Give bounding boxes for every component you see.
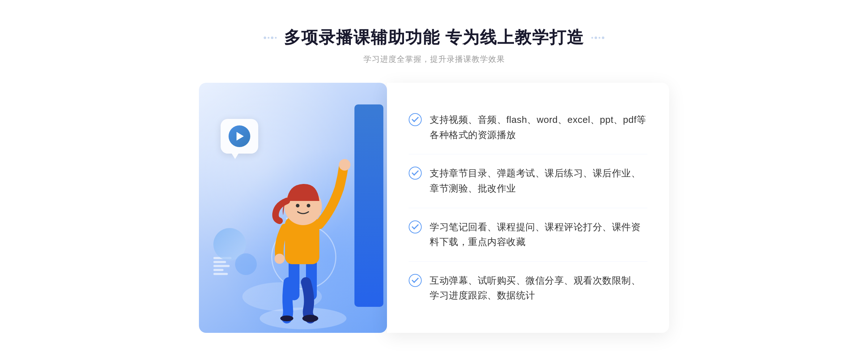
title-decorator-right	[591, 37, 604, 39]
title-row: 多项录播课辅助功能 专为线上教学打造	[264, 26, 605, 49]
features-panel: 支持视频、音频、flash、word、excel、ppt、pdf等各种格式的资源…	[387, 83, 669, 333]
play-triangle	[237, 132, 244, 141]
check-mark-4	[412, 276, 419, 283]
svg-point-10	[275, 254, 285, 264]
deco-line-5	[213, 273, 228, 275]
svg-point-3	[302, 315, 318, 322]
page-wrapper: 多项录播课辅助功能 专为线上教学打造 学习进度全掌握，提升录播课教学效果 »	[0, 5, 868, 347]
main-content: »	[199, 83, 669, 333]
title-text-2: 专为线上教学打造	[445, 28, 584, 47]
svg-point-4	[280, 315, 293, 321]
feature-item-2: 支持章节目录、弹题考试、课后练习、课后作业、章节测验、批改作业	[409, 154, 647, 208]
content-area: 支持视频、音频、flash、word、excel、ppt、pdf等各种格式的资源…	[199, 83, 669, 333]
check-icon-3	[409, 220, 422, 233]
svg-point-8	[307, 204, 310, 207]
play-icon	[229, 125, 250, 147]
feature-text-2: 支持章节目录、弹题考试、课后练习、课后作业、章节测验、批改作业	[430, 166, 647, 196]
figure-svg	[252, 145, 354, 333]
check-icon-2	[409, 167, 422, 180]
check-mark-3	[412, 222, 419, 229]
check-mark-2	[412, 169, 419, 176]
check-mark-1	[412, 115, 419, 122]
feature-text-4: 互动弹幕、试听购买、微信分享、观看次数限制、学习进度跟踪、数据统计	[430, 273, 647, 303]
feature-item-1: 支持视频、音频、flash、word、excel、ppt、pdf等各种格式的资源…	[409, 101, 647, 154]
feature-text-3: 学习笔记回看、课程提问、课程评论打分、课件资料下载，重点内容收藏	[430, 220, 647, 250]
feature-text-1: 支持视频、音频、flash、word、excel、ppt、pdf等各种格式的资源…	[430, 112, 647, 142]
deco-line-3	[213, 265, 230, 267]
accent-bar	[354, 104, 383, 307]
check-icon-1	[409, 113, 422, 126]
figure-container	[252, 145, 354, 333]
title-decorator-left	[264, 37, 277, 39]
svg-point-9	[339, 159, 350, 171]
feature-item-4: 互动弹幕、试听购买、微信分享、观看次数限制、学习进度跟踪、数据统计	[409, 262, 647, 315]
feature-item-3: 学习笔记回看、课程提问、课程评论打分、课件资料下载，重点内容收藏	[409, 208, 647, 262]
check-icon-4	[409, 274, 422, 287]
deco-line-2	[213, 261, 226, 263]
header-section: 多项录播课辅助功能 专为线上教学打造 学习进度全掌握，提升录播课教学效果	[264, 26, 605, 65]
subtitle: 学习进度全掌握，提升录播课教学效果	[363, 54, 505, 65]
main-title: 多项录播课辅助功能 专为线上教学打造	[284, 26, 584, 49]
svg-point-7	[296, 204, 299, 207]
title-text-1: 多项录播课辅助功能	[284, 28, 440, 47]
deco-line-4	[213, 269, 224, 271]
